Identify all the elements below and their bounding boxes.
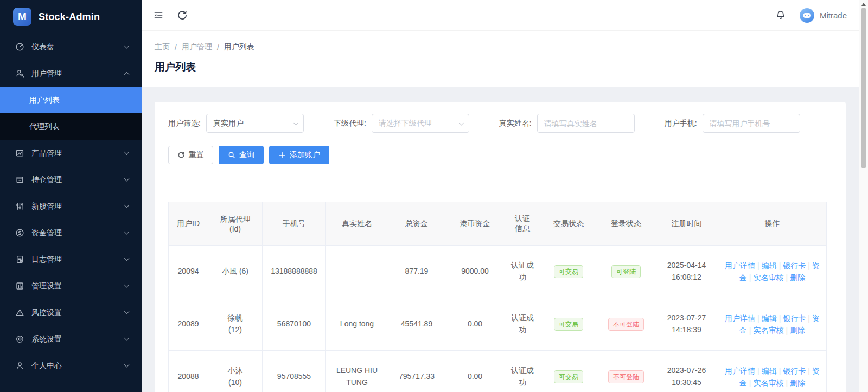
- filter-sub-agent: 下级代理: 请选择下级代理: [334, 114, 469, 133]
- reset-button[interactable]: 重置: [168, 146, 213, 164]
- cell-auth-status: 认证成功: [505, 298, 540, 351]
- sidebar-item-risk-settings[interactable]: 风控设置: [0, 299, 142, 326]
- filter-buttons: 重置 查询 添加账户: [168, 146, 832, 164]
- sidebar-item-user-list[interactable]: 用户列表: [0, 87, 142, 113]
- user-detail-link[interactable]: 用户详情: [725, 261, 755, 270]
- cell-total-funds: 45541.89: [388, 298, 445, 351]
- user-phone-input[interactable]: [703, 114, 800, 133]
- user-list-card: 用户筛选: 真实用户 下级代理: 请选择下级代理 真实姓名:: [155, 102, 846, 392]
- sidebar-item-logs-manage[interactable]: 日志管理: [0, 246, 142, 273]
- gear-icon: [15, 335, 24, 344]
- kyc-review-link[interactable]: 实名审核: [754, 378, 784, 387]
- dashboard-icon: [15, 42, 24, 52]
- cell-real-name: Long tong: [326, 298, 388, 351]
- user-detail-link[interactable]: 用户详情: [725, 367, 755, 375]
- cell-auth-status: 认证成功: [505, 351, 540, 392]
- edit-link[interactable]: 编辑: [762, 367, 777, 375]
- col-phone: 手机号: [263, 202, 326, 246]
- main-area: Mitrade 主页 / 用户管理 / 用户列表 用户列表 用户筛选: 真实用户: [142, 0, 859, 392]
- collapse-sidebar-icon[interactable]: [152, 9, 164, 21]
- user-table: 用户ID 所属代理(Id) 手机号 真实姓名 总资金 港币资金 认证信息 交易状…: [168, 202, 827, 392]
- delete-link[interactable]: 删除: [790, 273, 805, 282]
- warning-triangle-icon: [15, 308, 24, 317]
- user-manage-submenu: 用户列表 代理列表: [0, 87, 142, 140]
- scrollbar-thumb[interactable]: [861, 8, 866, 168]
- real-name-input[interactable]: [537, 114, 635, 133]
- trade-status-badge: 可交易: [554, 265, 583, 278]
- cell-agent: 小沐(10): [208, 351, 263, 392]
- col-real-name: 真实姓名: [326, 202, 388, 246]
- user-filter-select[interactable]: 真实用户: [206, 114, 304, 133]
- table-row: 20094 小風 (6) 13188888888 877.19 9000.00 …: [169, 246, 827, 298]
- vertical-scrollbar[interactable]: [859, 0, 868, 392]
- cell-total-funds: 795717.33: [388, 351, 445, 392]
- sidebar-item-user-manage[interactable]: 用户管理: [0, 60, 142, 87]
- scroll-up-arrow-icon[interactable]: [861, 3, 866, 6]
- bank-card-link[interactable]: 银行卡: [783, 314, 806, 323]
- delete-link[interactable]: 删除: [790, 326, 805, 335]
- cell-user-id: 20089: [169, 298, 208, 351]
- sidebar-item-position-manage[interactable]: 持仓管理: [0, 166, 142, 193]
- refresh-icon[interactable]: [176, 9, 188, 21]
- chevron-down-icon: [124, 150, 130, 155]
- bell-icon[interactable]: [775, 9, 787, 21]
- trade-status-badge: 可交易: [554, 370, 583, 383]
- sidebar-item-product-manage[interactable]: 产品管理: [0, 140, 142, 166]
- cell-phone: 95708555: [263, 351, 326, 392]
- filter-user-type: 用户筛选: 真实用户: [168, 114, 304, 133]
- edit-link[interactable]: 编辑: [762, 261, 777, 270]
- chevron-down-icon: [124, 362, 130, 368]
- app-logo-icon: M: [13, 8, 31, 26]
- cell-real-name: LEUNG HIU TUNG: [326, 351, 388, 392]
- breadcrumb-home[interactable]: 主页: [155, 42, 170, 52]
- filter-user-phone: 用户手机:: [665, 114, 800, 133]
- cell-hkd-funds: 0.00: [445, 298, 505, 351]
- chevron-down-icon: [124, 336, 130, 341]
- chevron-down-icon: [458, 120, 464, 125]
- sidebar-item-dashboard[interactable]: 仪表盘: [0, 34, 142, 60]
- bank-card-link[interactable]: 银行卡: [783, 367, 806, 375]
- edit-link[interactable]: 编辑: [762, 314, 777, 323]
- sidebar-item-admin-settings[interactable]: 管理设置: [0, 273, 142, 299]
- col-auth-info: 认证信息: [505, 202, 540, 246]
- cell-auth-status: 认证成功: [505, 246, 540, 298]
- chevron-down-icon: [124, 229, 130, 235]
- delete-link[interactable]: 删除: [790, 378, 805, 387]
- trade-status-badge: 可交易: [554, 318, 583, 331]
- document-icon: [15, 255, 24, 264]
- add-account-button[interactable]: 添加账户: [269, 146, 329, 164]
- cell-real-name: [326, 246, 388, 298]
- person-icon: [15, 361, 24, 370]
- chevron-up-icon: [124, 72, 130, 78]
- breadcrumb: 主页 / 用户管理 / 用户列表: [155, 42, 846, 52]
- sidebar-item-agent-list[interactable]: 代理列表: [0, 113, 142, 140]
- cell-total-funds: 877.19: [388, 246, 445, 298]
- sidebar-item-profile[interactable]: 个人中心: [0, 352, 142, 379]
- kyc-review-link[interactable]: 实名审核: [754, 326, 784, 335]
- sidebar-item-funds-manage[interactable]: 资金管理: [0, 220, 142, 246]
- page-header: 主页 / 用户管理 / 用户列表 用户列表: [142, 31, 859, 87]
- sidebar-item-ipo-manage[interactable]: 新股管理: [0, 193, 142, 220]
- dollar-circle-icon: [15, 228, 24, 237]
- sub-agent-select[interactable]: 请选择下级代理: [372, 114, 469, 133]
- app-logo: M Stock-Admin: [0, 0, 142, 34]
- cell-actions: 用户详情|编辑|银行卡|资金|实名审核|删除: [718, 351, 827, 392]
- cell-agent: 徐帆(12): [208, 298, 263, 351]
- col-actions: 操作: [718, 202, 827, 246]
- table-row: 20088 小沐(10) 95708555 LEUNG HIU TUNG 795…: [169, 351, 827, 392]
- avatar[interactable]: [800, 8, 814, 23]
- user-filter-label: 用户筛选:: [168, 119, 201, 128]
- bank-card-link[interactable]: 银行卡: [783, 261, 806, 270]
- sliders-icon: [15, 202, 24, 211]
- col-trade-status: 交易状态: [540, 202, 597, 246]
- grid-chart-icon: [15, 281, 24, 291]
- kyc-review-link[interactable]: 实名审核: [754, 273, 784, 282]
- sidebar-item-system-settings[interactable]: 系统设置: [0, 326, 142, 352]
- col-reg-time: 注册时间: [655, 202, 718, 246]
- query-button[interactable]: 查询: [219, 146, 264, 164]
- box-icon: [15, 175, 24, 184]
- breadcrumb-user-manage[interactable]: 用户管理: [182, 42, 212, 52]
- user-detail-link[interactable]: 用户详情: [725, 314, 755, 323]
- username[interactable]: Mitrade: [820, 11, 847, 20]
- cell-hkd-funds: 9000.00: [445, 246, 505, 298]
